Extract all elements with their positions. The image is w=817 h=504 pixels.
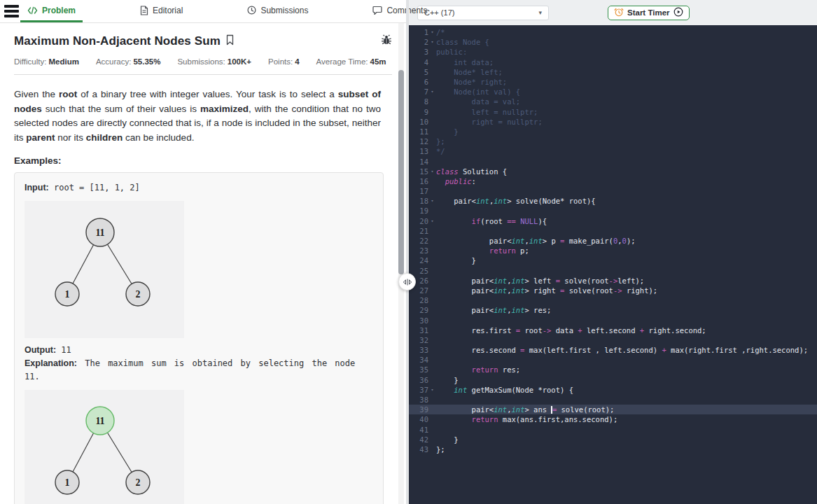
- code-line-32[interactable]: 32: [409, 335, 817, 345]
- language-selector[interactable]: C++ (17) ▾: [417, 6, 549, 20]
- example-output: Output: 11: [25, 344, 373, 357]
- code-text: int getMaxSum(Node *root) {: [436, 386, 573, 394]
- tab-label: Problem: [42, 6, 76, 15]
- code-line-30[interactable]: 30: [409, 315, 817, 325]
- code-text: int data;: [436, 58, 494, 66]
- fold-arrow-icon[interactable]: ▾: [428, 169, 436, 174]
- stat-average-time: Average Time:45m: [316, 57, 386, 66]
- code-line-34[interactable]: 34: [409, 355, 817, 365]
- code-line-33[interactable]: 33 res.second = max(left.first , left.se…: [409, 345, 817, 355]
- code-line-20[interactable]: 20▾ if(root == NULL){: [409, 216, 817, 226]
- code-line-42[interactable]: 42 }: [409, 435, 817, 444]
- code-line-19[interactable]: 19: [409, 206, 817, 216]
- code-text: Node(int val) {: [436, 88, 520, 96]
- app-window: ProblemEditorialSubmissionsComments Maxi…: [0, 0, 817, 504]
- svg-text:2: 2: [136, 477, 141, 488]
- code-line-12[interactable]: 12};: [409, 136, 817, 146]
- code-line-41[interactable]: 41: [409, 425, 817, 435]
- line-number: 41: [409, 426, 428, 434]
- code-line-39[interactable]: 39 pair<int,int> ans = solve(root);: [409, 405, 817, 414]
- hamburger-menu-icon[interactable]: [0, 0, 19, 22]
- code-line-8[interactable]: 8 data = val;: [409, 97, 817, 106]
- line-number: 8: [409, 97, 428, 106]
- code-line-14[interactable]: 14: [409, 156, 817, 166]
- bookmark-icon[interactable]: [225, 34, 235, 48]
- code-line-18[interactable]: 18▾ pair<int,int> solve(Node* root){: [409, 196, 817, 206]
- line-number: 31: [409, 326, 428, 335]
- code-line-35[interactable]: 35 return res;: [409, 365, 817, 374]
- explanation-tree-image: 1112: [25, 390, 184, 504]
- fold-arrow-icon[interactable]: ▾: [428, 29, 436, 35]
- line-number: 35: [409, 365, 428, 374]
- code-line-31[interactable]: 31 res.first = root-> data + left.second…: [409, 326, 817, 335]
- tab-label: Submissions: [260, 6, 308, 15]
- alarm-clock-icon: [614, 7, 624, 18]
- code-line-40[interactable]: 40 return max(ans.first,ans.second);: [409, 414, 817, 424]
- line-number: 14: [409, 158, 428, 166]
- tab-submissions[interactable]: Submissions: [240, 0, 315, 22]
- code-line-17[interactable]: 17: [409, 186, 817, 196]
- code-line-3[interactable]: 3public:: [409, 47, 817, 57]
- code-text: pair<int,int> ans = solve(root);: [436, 405, 614, 414]
- title-row: Maximum Non-Adjacent Nodes Sum: [14, 34, 392, 48]
- code-line-27[interactable]: 27 pair<int,int> right = solve(root-> ri…: [409, 286, 817, 295]
- code-line-23[interactable]: 23 return p;: [409, 246, 817, 255]
- line-number: 42: [409, 435, 428, 444]
- code-line-10[interactable]: 10 right = nullptr;: [409, 117, 817, 127]
- code-line-25[interactable]: 25: [409, 266, 817, 276]
- code-line-7[interactable]: 7▾ Node(int val) {: [409, 87, 817, 97]
- code-text: };: [436, 137, 445, 146]
- tab-editorial[interactable]: Editorial: [133, 0, 190, 22]
- line-number: 11: [409, 127, 428, 136]
- code-line-38[interactable]: 38: [409, 395, 817, 405]
- code-line-24[interactable]: 24 }: [409, 255, 817, 265]
- code-line-6[interactable]: 6 Node* right;: [409, 77, 817, 87]
- resize-handle-icon[interactable]: [398, 273, 416, 290]
- code-line-1[interactable]: 1▾/*: [409, 27, 817, 37]
- fold-arrow-icon[interactable]: ▾: [428, 387, 436, 393]
- code-line-26[interactable]: 26 pair<int,int> left = solve(root->left…: [409, 276, 817, 286]
- line-number: 6: [409, 78, 428, 86]
- stat-submissions: Submissions:100K+: [177, 57, 251, 66]
- code-line-22[interactable]: 22 pair<int,int> p = make_pair(0,0);: [409, 236, 817, 246]
- code-line-5[interactable]: 5 Node* left;: [409, 67, 817, 77]
- bug-report-icon[interactable]: [381, 34, 392, 48]
- code-text: return res;: [436, 365, 520, 374]
- code-line-9[interactable]: 9 left = nullptr;: [409, 107, 817, 117]
- panel-splitter[interactable]: [406, 0, 409, 504]
- code-line-13[interactable]: 13*/: [409, 146, 817, 156]
- code-text: Node* right;: [436, 78, 507, 86]
- code-line-43[interactable]: 43};: [409, 444, 817, 454]
- svg-text:11: 11: [95, 227, 104, 238]
- code-text: };: [436, 445, 445, 454]
- fold-arrow-icon[interactable]: ▾: [428, 218, 436, 224]
- code-line-36[interactable]: 36 }: [409, 375, 817, 385]
- code-line-4[interactable]: 4 int data;: [409, 57, 817, 67]
- code-text: if(root == NULL){: [436, 217, 547, 225]
- code-line-21[interactable]: 21: [409, 226, 817, 236]
- scrollbar-thumb[interactable]: [398, 70, 404, 274]
- code-line-15[interactable]: 15▾class Solution {: [409, 167, 817, 176]
- line-number: 2: [409, 38, 428, 46]
- fold-arrow-icon[interactable]: ▾: [428, 39, 436, 45]
- code-line-11[interactable]: 11 }: [409, 127, 817, 136]
- code-editor[interactable]: 1▾/*2▾class Node {3public:4 int data;5 N…: [409, 25, 817, 504]
- code-text: public:: [436, 177, 476, 186]
- start-timer-button[interactable]: Start Timer: [608, 6, 690, 20]
- code-line-37[interactable]: 37▾ int getMaxSum(Node *root) {: [409, 385, 817, 395]
- left-panel-scrollbar[interactable]: [398, 23, 404, 504]
- line-number: 37: [409, 386, 428, 394]
- code-text: class Node {: [436, 38, 489, 46]
- fold-arrow-icon[interactable]: ▾: [428, 89, 436, 94]
- start-timer-label: Start Timer: [627, 8, 670, 17]
- code-line-2[interactable]: 2▾class Node {: [409, 37, 817, 47]
- tab-comments[interactable]: Comments: [365, 0, 434, 22]
- line-number: 32: [409, 336, 428, 344]
- code-text: public:: [436, 48, 467, 56]
- code-line-29[interactable]: 29 pair<int,int> res;: [409, 305, 817, 315]
- code-line-28[interactable]: 28: [409, 295, 817, 305]
- code-text: pair<int,int> res;: [436, 306, 551, 314]
- fold-arrow-icon[interactable]: ▾: [428, 198, 436, 204]
- tab-problem[interactable]: Problem: [20, 0, 83, 22]
- code-line-16[interactable]: 16 public:: [409, 176, 817, 186]
